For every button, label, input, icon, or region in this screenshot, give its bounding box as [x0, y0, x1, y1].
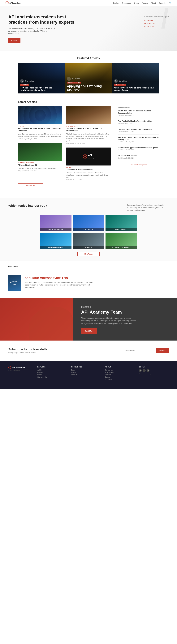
- hero-topic-microservices[interactable]: Microservices: [144, 22, 169, 25]
- latest-img-3: ◑ APIacademy: [66, 148, 110, 166]
- ebook-label: New eBook: [0, 262, 177, 268]
- more-topics-button[interactable]: More Topics: [78, 252, 100, 256]
- latest-date-2: on Jul 24, 2018: [28, 170, 37, 172]
- nav-subscribe[interactable]: Subscribe: [158, 2, 166, 4]
- logo[interactable]: ◑ API academy: [6, 2, 22, 4]
- featured-overlay-0: MM Mehdi Medjaoui SECURITY How the Faceb…: [18, 63, 65, 94]
- topic-card-1[interactable]: API DESIGN: [73, 215, 104, 231]
- standard-meta-5: Eric Miller on Jul 30, 2018: [118, 157, 159, 159]
- footer-logo-mark: API academy: [8, 366, 25, 369]
- standard-item-5[interactable]: EXIJASON Draft Retired Eric Miller on Ju…: [118, 155, 159, 161]
- topics-description: Explore our library of articles, lessons…: [127, 204, 169, 212]
- search-icon[interactable]: 🔍: [169, 2, 172, 4]
- standard-item-4[interactable]: "Link Relation Types for Web Services" 1…: [118, 147, 159, 153]
- ebook-details: SECURING MICROSERVICE APIS This short eB…: [25, 277, 94, 289]
- featured-title-0: How the Facebook API led to the Cambridg…: [20, 86, 63, 92]
- featured-author-0: Mehdi Medjaoui: [24, 80, 34, 82]
- footer-link-whoweare[interactable]: Who We Are: [105, 372, 135, 373]
- nav-about[interactable]: About: [151, 2, 156, 4]
- latest-date-0: on May 25, 2018: [26, 138, 37, 140]
- explore-button[interactable]: Explore: [8, 38, 20, 43]
- hero-description: The API Academy provides insights and pr…: [8, 27, 55, 35]
- nav-podcast[interactable]: Podcast: [142, 2, 148, 4]
- more-standards-button[interactable]: More Standards Updates: [118, 163, 159, 167]
- ebook-cover-text: Securing Microservice APIs: [10, 281, 20, 285]
- twitter-icon[interactable]: T: [143, 369, 146, 372]
- featured-card-0[interactable]: MM Mehdi Medjaoui SECURITY How the Faceb…: [18, 63, 65, 94]
- topic-card-0[interactable]: MICROSERVICES: [40, 215, 72, 231]
- newsletter-title: Subscribe to our Newsletter: [8, 348, 49, 351]
- featured-avatar-2: RM: [114, 79, 118, 83]
- footer-link-standards[interactable]: Standards Daily: [37, 376, 67, 378]
- latest-tag-2: INTERNET OF THINGS: [18, 162, 62, 164]
- latest-card-1[interactable]: MICROSERVICES Voltaire, Vonnegut, and th…: [66, 106, 110, 144]
- latest-card-title-0: API and Microservices Virtual Summit: Th…: [18, 127, 62, 132]
- newsletter-subtitle: Straight to your inbox, once in a while.: [8, 352, 49, 354]
- latest-card-desc-3: The new API Academy website features bet…: [66, 172, 110, 179]
- social-icons: P T G: [139, 369, 169, 372]
- newsletter-subscribe-button[interactable]: Subscribe: [156, 348, 169, 353]
- topic-card-4[interactable]: MOBILE: [73, 233, 104, 249]
- nav-resources[interactable]: Resources: [122, 2, 131, 4]
- footer-link-lessons[interactable]: Lessons: [37, 372, 67, 373]
- nav-events[interactable]: Events: [134, 2, 139, 4]
- footer-link-podcast[interactable]: Podcast: [71, 374, 101, 376]
- newsletter-text: Subscribe to our Newsletter Straight to …: [8, 348, 49, 354]
- topics-more-wrap: More Topics: [8, 252, 169, 256]
- nav-explore[interactable]: Explore: [113, 2, 119, 4]
- featured-tag-1: MICROSERVICES: [67, 82, 81, 84]
- topics-section: Which topics interest you? Explore our l…: [0, 198, 177, 262]
- github-icon[interactable]: G: [147, 369, 150, 372]
- more-articles-button[interactable]: More Articles: [18, 184, 43, 187]
- latest-card-desc-2: Exploring the role of APIs in enabling s…: [18, 167, 62, 170]
- footer-logo-text: API academy: [12, 366, 25, 368]
- topic-label-4: MOBILE: [73, 246, 104, 249]
- featured-author-2: Ronnie Mitra: [119, 80, 126, 82]
- standard-item-2[interactable]: Transport Layer Security (TLS) 1.3 Relea…: [118, 128, 159, 134]
- footer-link-series[interactable]: Series: [37, 374, 67, 376]
- footer-link-subscribe[interactable]: Subscribe: [105, 378, 135, 380]
- featured-card-1[interactable]: ML Matt McLarty MICROSERVICES Applying a…: [65, 63, 112, 94]
- ebook-section: New eBook Securing Microservice APIs SEC…: [0, 262, 177, 298]
- latest-date-3: on Jul 5, 2018: [75, 179, 84, 181]
- team-read-more-button[interactable]: Read More: [81, 328, 97, 334]
- standard-item-1[interactable]: First Public Working Drafts of JSON-LD 1…: [118, 120, 159, 126]
- topic-card-2[interactable]: API STRATEGY: [106, 215, 137, 231]
- team-image: [0, 298, 73, 340]
- latest-title: Latest Articles: [18, 100, 159, 104]
- featured-card-2[interactable]: RM Ronnie Mitra API STRATEGY Microservic…: [112, 63, 159, 94]
- latest-section: Latest Articles ARTICLE API and Microser…: [12, 100, 164, 198]
- footer-link-articles[interactable]: Articles: [37, 369, 67, 371]
- latest-card-3[interactable]: ◑ APIacademy ARTICLE The New API Academy…: [66, 148, 110, 181]
- footer-grid: API academy © 2018 API Academy EXPLORE A…: [8, 366, 169, 381]
- footer-link-events[interactable]: Events: [105, 376, 135, 378]
- privacy-icon[interactable]: P: [139, 369, 142, 372]
- standard-title-2: Transport Layer Security (TLS) 1.3 Relea…: [118, 128, 159, 130]
- footer-link-books[interactable]: Books: [71, 369, 101, 371]
- hero-topic-strategy[interactable]: API Strategy: [144, 25, 169, 28]
- newsletter-email-input[interactable]: [123, 348, 156, 353]
- footer-link-videos[interactable]: Videos: [71, 372, 101, 373]
- footer-link-contact[interactable]: Contact Us: [105, 369, 135, 371]
- standard-meta-3: Eric Miller on Aug 21, 2018: [118, 141, 159, 143]
- latest-card-desc-0: Learn how your organization can use APIs…: [18, 133, 62, 138]
- standards-daily: Standards Daily HTML5 Web Audio API beco…: [115, 106, 159, 181]
- footer-logo: API academy © 2018 API Academy: [8, 366, 33, 381]
- hero-content: API and microservices best practices fro…: [8, 14, 78, 43]
- footer-link-services[interactable]: Services: [105, 374, 135, 376]
- latest-author-0: Matt McLarty: [18, 138, 26, 140]
- topic-card-5[interactable]: INTERNET OF THINGS: [106, 233, 137, 249]
- standard-item-3[interactable]: New HTML5 "Geolocation Sensor" API publi…: [118, 136, 159, 145]
- featured-title-1: Applying and Extending DHARMA: [67, 84, 110, 92]
- standard-item-0[interactable]: HTML5 Web Audio API becomes Candidate Re…: [118, 110, 159, 118]
- featured-tag-0: SECURITY: [20, 84, 29, 86]
- latest-card-2[interactable]: INTERNET OF THINGS APIs and the Smart Ci…: [18, 143, 62, 172]
- hero-topic-design[interactable]: API Design: [144, 19, 169, 22]
- topic-card-3[interactable]: API MANAGEMENT: [40, 233, 72, 249]
- latest-tag-0: ARTICLE: [18, 126, 62, 127]
- latest-card-0[interactable]: ARTICLE API and Microservices Virtual Su…: [18, 106, 62, 140]
- latest-date-1: on May 10, 2018: [75, 143, 85, 144]
- topics-title: Which topics interest you?: [8, 204, 47, 208]
- navigation: ◑ API academy Explore Resources Events P…: [0, 0, 177, 6]
- topic-label-0: MICROSERVICES: [40, 228, 72, 231]
